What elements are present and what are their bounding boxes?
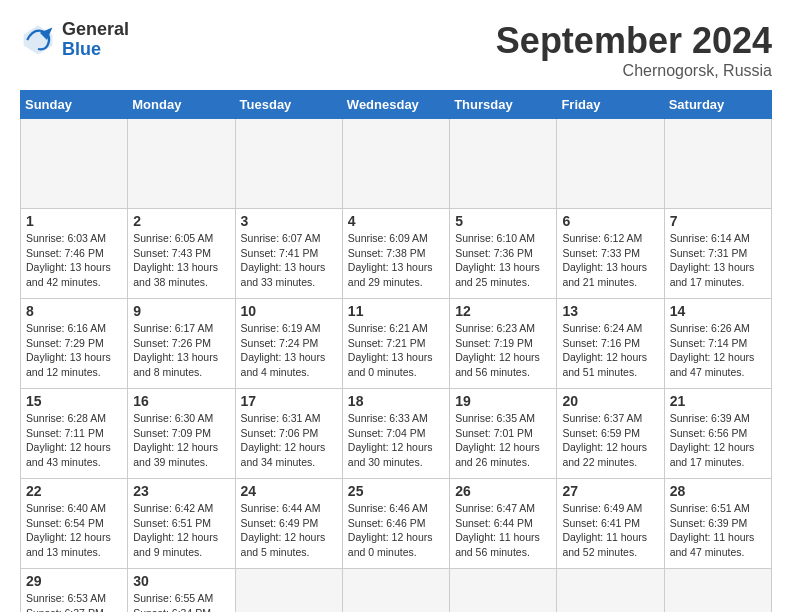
calendar-cell: 5Sunrise: 6:10 AMSunset: 7:36 PMDaylight… — [450, 209, 557, 299]
calendar-cell — [128, 119, 235, 209]
cell-content: Sunrise: 6:16 AMSunset: 7:29 PMDaylight:… — [26, 322, 111, 378]
cell-content: Sunrise: 6:55 AMSunset: 6:34 PMDaylight:… — [133, 592, 218, 612]
col-header-monday: Monday — [128, 91, 235, 119]
day-number: 29 — [26, 573, 122, 589]
cell-content: Sunrise: 6:05 AMSunset: 7:43 PMDaylight:… — [133, 232, 218, 288]
title-block: September 2024 Chernogorsk, Russia — [496, 20, 772, 80]
cell-content: Sunrise: 6:28 AMSunset: 7:11 PMDaylight:… — [26, 412, 111, 468]
calendar-cell: 24Sunrise: 6:44 AMSunset: 6:49 PMDayligh… — [235, 479, 342, 569]
day-number: 22 — [26, 483, 122, 499]
day-number: 24 — [241, 483, 337, 499]
day-number: 2 — [133, 213, 229, 229]
cell-content: Sunrise: 6:09 AMSunset: 7:38 PMDaylight:… — [348, 232, 433, 288]
col-header-friday: Friday — [557, 91, 664, 119]
calendar-cell — [450, 119, 557, 209]
day-number: 18 — [348, 393, 444, 409]
day-number: 30 — [133, 573, 229, 589]
calendar-cell: 7Sunrise: 6:14 AMSunset: 7:31 PMDaylight… — [664, 209, 771, 299]
calendar-cell: 4Sunrise: 6:09 AMSunset: 7:38 PMDaylight… — [342, 209, 449, 299]
cell-content: Sunrise: 6:31 AMSunset: 7:06 PMDaylight:… — [241, 412, 326, 468]
calendar-cell — [450, 569, 557, 613]
day-number: 19 — [455, 393, 551, 409]
day-number: 6 — [562, 213, 658, 229]
day-number: 15 — [26, 393, 122, 409]
calendar-cell: 30Sunrise: 6:55 AMSunset: 6:34 PMDayligh… — [128, 569, 235, 613]
col-header-thursday: Thursday — [450, 91, 557, 119]
day-number: 5 — [455, 213, 551, 229]
cell-content: Sunrise: 6:44 AMSunset: 6:49 PMDaylight:… — [241, 502, 326, 558]
day-number: 1 — [26, 213, 122, 229]
calendar-cell — [21, 119, 128, 209]
logo-blue: Blue — [62, 40, 129, 60]
cell-content: Sunrise: 6:26 AMSunset: 7:14 PMDaylight:… — [670, 322, 755, 378]
calendar-cell — [235, 569, 342, 613]
calendar-cell — [342, 119, 449, 209]
cell-content: Sunrise: 6:14 AMSunset: 7:31 PMDaylight:… — [670, 232, 755, 288]
calendar-cell — [342, 569, 449, 613]
logo-text: General Blue — [62, 20, 129, 60]
calendar-week-0 — [21, 119, 772, 209]
day-number: 11 — [348, 303, 444, 319]
calendar-week-5: 29Sunrise: 6:53 AMSunset: 6:37 PMDayligh… — [21, 569, 772, 613]
location-subtitle: Chernogorsk, Russia — [496, 62, 772, 80]
day-number: 3 — [241, 213, 337, 229]
cell-content: Sunrise: 6:35 AMSunset: 7:01 PMDaylight:… — [455, 412, 540, 468]
calendar-week-1: 1Sunrise: 6:03 AMSunset: 7:46 PMDaylight… — [21, 209, 772, 299]
cell-content: Sunrise: 6:10 AMSunset: 7:36 PMDaylight:… — [455, 232, 540, 288]
calendar-cell: 8Sunrise: 6:16 AMSunset: 7:29 PMDaylight… — [21, 299, 128, 389]
cell-content: Sunrise: 6:39 AMSunset: 6:56 PMDaylight:… — [670, 412, 755, 468]
day-number: 10 — [241, 303, 337, 319]
calendar-cell: 11Sunrise: 6:21 AMSunset: 7:21 PMDayligh… — [342, 299, 449, 389]
day-number: 27 — [562, 483, 658, 499]
cell-content: Sunrise: 6:53 AMSunset: 6:37 PMDaylight:… — [26, 592, 111, 612]
day-number: 7 — [670, 213, 766, 229]
calendar-cell: 28Sunrise: 6:51 AMSunset: 6:39 PMDayligh… — [664, 479, 771, 569]
day-number: 13 — [562, 303, 658, 319]
calendar-cell — [235, 119, 342, 209]
cell-content: Sunrise: 6:40 AMSunset: 6:54 PMDaylight:… — [26, 502, 111, 558]
cell-content: Sunrise: 6:17 AMSunset: 7:26 PMDaylight:… — [133, 322, 218, 378]
col-header-saturday: Saturday — [664, 91, 771, 119]
cell-content: Sunrise: 6:12 AMSunset: 7:33 PMDaylight:… — [562, 232, 647, 288]
cell-content: Sunrise: 6:30 AMSunset: 7:09 PMDaylight:… — [133, 412, 218, 468]
calendar-cell: 20Sunrise: 6:37 AMSunset: 6:59 PMDayligh… — [557, 389, 664, 479]
calendar-cell: 25Sunrise: 6:46 AMSunset: 6:46 PMDayligh… — [342, 479, 449, 569]
calendar-cell: 18Sunrise: 6:33 AMSunset: 7:04 PMDayligh… — [342, 389, 449, 479]
calendar-cell: 15Sunrise: 6:28 AMSunset: 7:11 PMDayligh… — [21, 389, 128, 479]
day-number: 20 — [562, 393, 658, 409]
cell-content: Sunrise: 6:47 AMSunset: 6:44 PMDaylight:… — [455, 502, 540, 558]
day-number: 8 — [26, 303, 122, 319]
calendar-cell — [557, 119, 664, 209]
cell-content: Sunrise: 6:07 AMSunset: 7:41 PMDaylight:… — [241, 232, 326, 288]
calendar-cell: 2Sunrise: 6:05 AMSunset: 7:43 PMDaylight… — [128, 209, 235, 299]
page-header: General Blue September 2024 Chernogorsk,… — [20, 20, 772, 80]
cell-content: Sunrise: 6:21 AMSunset: 7:21 PMDaylight:… — [348, 322, 433, 378]
cell-content: Sunrise: 6:46 AMSunset: 6:46 PMDaylight:… — [348, 502, 433, 558]
cell-content: Sunrise: 6:49 AMSunset: 6:41 PMDaylight:… — [562, 502, 647, 558]
calendar-week-4: 22Sunrise: 6:40 AMSunset: 6:54 PMDayligh… — [21, 479, 772, 569]
calendar-cell: 27Sunrise: 6:49 AMSunset: 6:41 PMDayligh… — [557, 479, 664, 569]
calendar-header-row: SundayMondayTuesdayWednesdayThursdayFrid… — [21, 91, 772, 119]
col-header-sunday: Sunday — [21, 91, 128, 119]
calendar-cell: 1Sunrise: 6:03 AMSunset: 7:46 PMDaylight… — [21, 209, 128, 299]
day-number: 14 — [670, 303, 766, 319]
cell-content: Sunrise: 6:23 AMSunset: 7:19 PMDaylight:… — [455, 322, 540, 378]
calendar-cell: 9Sunrise: 6:17 AMSunset: 7:26 PMDaylight… — [128, 299, 235, 389]
day-number: 21 — [670, 393, 766, 409]
calendar-cell — [557, 569, 664, 613]
calendar-table: SundayMondayTuesdayWednesdayThursdayFrid… — [20, 90, 772, 612]
calendar-cell: 16Sunrise: 6:30 AMSunset: 7:09 PMDayligh… — [128, 389, 235, 479]
cell-content: Sunrise: 6:19 AMSunset: 7:24 PMDaylight:… — [241, 322, 326, 378]
cell-content: Sunrise: 6:51 AMSunset: 6:39 PMDaylight:… — [670, 502, 755, 558]
calendar-cell — [664, 569, 771, 613]
day-number: 25 — [348, 483, 444, 499]
calendar-cell: 6Sunrise: 6:12 AMSunset: 7:33 PMDaylight… — [557, 209, 664, 299]
calendar-cell: 26Sunrise: 6:47 AMSunset: 6:44 PMDayligh… — [450, 479, 557, 569]
calendar-cell: 21Sunrise: 6:39 AMSunset: 6:56 PMDayligh… — [664, 389, 771, 479]
day-number: 17 — [241, 393, 337, 409]
day-number: 16 — [133, 393, 229, 409]
calendar-week-3: 15Sunrise: 6:28 AMSunset: 7:11 PMDayligh… — [21, 389, 772, 479]
calendar-cell: 22Sunrise: 6:40 AMSunset: 6:54 PMDayligh… — [21, 479, 128, 569]
month-title: September 2024 — [496, 20, 772, 62]
calendar-cell: 13Sunrise: 6:24 AMSunset: 7:16 PMDayligh… — [557, 299, 664, 389]
